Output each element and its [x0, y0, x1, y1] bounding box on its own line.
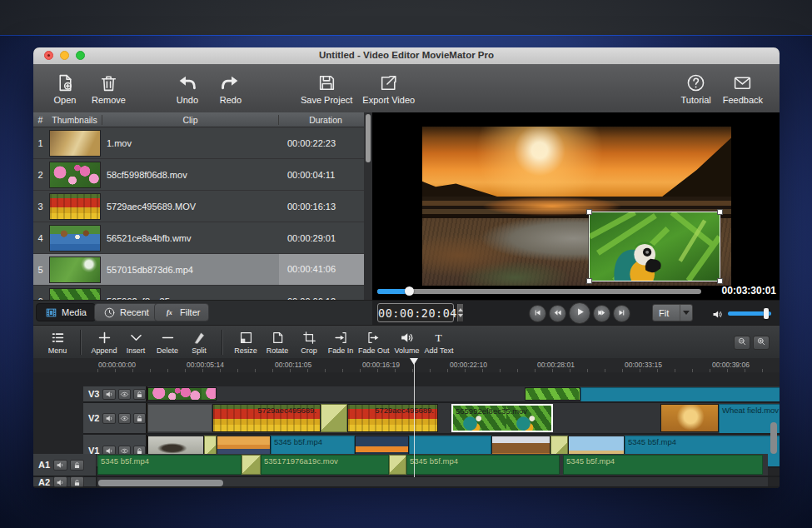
- timeline-playhead[interactable]: [414, 358, 415, 477]
- timeline-zoom-group: [734, 336, 780, 350]
- timeline-clip-jungle[interactable]: [525, 387, 580, 401]
- track-lock-toggle[interactable]: [70, 476, 84, 487]
- timeline-ruler-scale: 00:00:00:0000:00:05:1400:00:11:0500:00:1…: [97, 358, 780, 372]
- pip-resize-handle[interactable]: [717, 209, 723, 215]
- track-speaker-toggle[interactable]: [53, 476, 67, 487]
- timeline-clip[interactable]: [147, 404, 212, 432]
- column-header-thumbnails[interactable]: Thumbnails: [47, 115, 102, 125]
- zoom-out-button[interactable]: [734, 336, 750, 350]
- toolbar-button-remove[interactable]: Remove: [87, 69, 131, 108]
- timeline-tool-rotate[interactable]: Rotate: [262, 329, 293, 356]
- timeline-clip[interactable]: [580, 387, 780, 401]
- minus-icon: [160, 330, 176, 346]
- lock-icon: [72, 457, 82, 472]
- play-button[interactable]: [569, 302, 590, 324]
- timeline-tool-append[interactable]: Append: [88, 329, 120, 356]
- pip-overlay-clip[interactable]: [589, 212, 720, 281]
- timeline-tool-split[interactable]: Split: [183, 329, 215, 356]
- track-speaker-toggle[interactable]: [53, 460, 67, 471]
- toolbar-button-feedback[interactable]: Feedback: [718, 69, 768, 108]
- fast-forward-button[interactable]: [593, 305, 610, 322]
- spinner-up-icon[interactable]: [458, 308, 463, 311]
- media-row-4[interactable]: 456521ce8a4bfb.wmv00:00:29:01: [33, 222, 372, 254]
- seek-bar[interactable]: [377, 289, 701, 294]
- timeline-clip[interactable]: 535171976a19c.mov: [261, 455, 389, 475]
- timeline-tool-insert[interactable]: Insert: [120, 329, 152, 356]
- timeline-clip-wheat[interactable]: [660, 404, 719, 432]
- timeline-tool-fade-out[interactable]: Fade Out: [356, 329, 391, 356]
- tab-media[interactable]: Media: [36, 303, 96, 321]
- toolbar-button-export-video[interactable]: Export Video: [357, 69, 420, 108]
- timeline-tool-crop[interactable]: Crop: [293, 329, 325, 356]
- seek-bar-handle[interactable]: [405, 286, 414, 296]
- column-header-duration[interactable]: Duration: [278, 115, 372, 125]
- volume-slider[interactable]: [728, 311, 771, 316]
- track-eye-toggle[interactable]: [118, 413, 131, 424]
- total-duration: 00:03:30:01: [722, 285, 776, 296]
- timeline-tool-add-text[interactable]: TAdd Text: [423, 329, 456, 356]
- timeline-clip[interactable]: 5345 b5f.mp4: [563, 455, 763, 475]
- media-row-2[interactable]: 258cf5998f06d8.mov00:00:04:11: [33, 159, 372, 191]
- rewind-button[interactable]: [549, 305, 566, 322]
- media-row-6[interactable]: 6565992ef8ec35.mov00:00:06:12: [33, 286, 372, 300]
- volume-slider-handle[interactable]: [764, 308, 769, 319]
- track-eye-toggle[interactable]: [118, 389, 131, 400]
- clock-icon: [103, 306, 116, 319]
- media-list-scrollbar-thumb[interactable]: [366, 114, 371, 162]
- column-header-num[interactable]: #: [33, 115, 47, 125]
- hand-thumbnail: [49, 130, 101, 157]
- timeline-clip-tulips[interactable]: 5729aec495689.: [212, 404, 321, 432]
- timeline-tool-menu[interactable]: Menu: [42, 329, 73, 356]
- media-row-5[interactable]: 5557015db873d6.mp400:00:41:06: [33, 254, 372, 286]
- undo-icon: [177, 72, 197, 93]
- ruler-timecode: 00:00:16:19: [362, 361, 400, 369]
- spinner-down-icon[interactable]: [458, 314, 463, 317]
- media-row-3[interactable]: 35729aec495689.MOV00:00:16:13: [33, 191, 372, 222]
- current-timecode-field[interactable]: 00:00:20:04: [377, 303, 454, 322]
- pip-resize-handle[interactable]: [586, 278, 592, 284]
- toolbar-button-save-project[interactable]: Save Project: [296, 69, 357, 108]
- tab-filter[interactable]: fxFilter: [154, 303, 209, 321]
- timeline-clip[interactable]: 5345 b5f.mp4: [97, 455, 242, 475]
- timeline-clip-tulips[interactable]: 5729aec495689.: [347, 404, 438, 432]
- timeline-tool-volume[interactable]: Volume: [391, 329, 423, 356]
- timeline-horizontal-scrollbar[interactable]: [98, 480, 223, 486]
- track-lock-toggle[interactable]: [133, 389, 146, 400]
- timeline-tool-fade-in[interactable]: Fade In: [325, 329, 356, 356]
- timeline-clip-pink-flowers[interactable]: [147, 387, 217, 401]
- toolbar-button-redo[interactable]: Redo: [209, 69, 252, 108]
- media-row-1[interactable]: 11.mov00:00:22:23: [33, 127, 372, 159]
- timeline-ruler[interactable]: 00:00:00:0000:00:05:1400:00:11:0500:00:1…: [33, 358, 780, 373]
- timeline-vertical-scrollbar[interactable]: [770, 422, 777, 454]
- tab-recent[interactable]: Recent: [94, 303, 158, 321]
- toolbar-button-tutorial[interactable]: Tutorial: [675, 69, 718, 108]
- zoom-in-button[interactable]: [753, 336, 770, 350]
- pip-resize-handle[interactable]: [586, 209, 592, 215]
- rewind-icon: [553, 306, 562, 321]
- timecode-spinner[interactable]: [457, 304, 463, 321]
- pip-resize-handle[interactable]: [717, 278, 723, 284]
- timeline-clip[interactable]: [242, 455, 261, 475]
- track-lock-toggle[interactable]: [133, 413, 146, 424]
- timeline-clip[interactable]: [321, 404, 347, 432]
- track-lane-a1[interactable]: 5345 b5f.mp4535171976a19c.mov5345 b5f.mp…: [97, 454, 768, 476]
- skip-to-start-button[interactable]: [529, 305, 546, 322]
- timeline-clip-parrot[interactable]: 565992ef8ec35.mov: [451, 404, 553, 432]
- column-header-clip[interactable]: Clip: [102, 115, 278, 125]
- media-list-scrollbar[interactable]: [364, 112, 372, 300]
- timeline-tool-delete[interactable]: Delete: [152, 329, 183, 356]
- skip-to-end-button[interactable]: [613, 305, 630, 322]
- zoom-fit-dropdown[interactable]: Fit: [652, 304, 693, 321]
- track-lane-v2[interactable]: 5729aec495689.5729aec495689.565992ef8ec3…: [147, 403, 780, 433]
- tulips-thumbnail: [49, 193, 101, 220]
- track-speaker-toggle[interactable]: [102, 413, 115, 424]
- timeline-clip[interactable]: [389, 455, 406, 475]
- toolbar-button-undo[interactable]: Undo: [166, 69, 209, 108]
- toolbar-button-open[interactable]: Open: [43, 69, 87, 108]
- timeline-clip[interactable]: 5345 b5f.mp4: [406, 455, 560, 475]
- track-lock-toggle[interactable]: [70, 460, 84, 471]
- desktop-background: Untitled - Video Editor MovieMator Pro O…: [0, 0, 812, 528]
- timeline-tool-resize[interactable]: Resize: [230, 329, 262, 356]
- track-lane-v3[interactable]: [147, 386, 780, 401]
- track-speaker-toggle[interactable]: [102, 389, 115, 400]
